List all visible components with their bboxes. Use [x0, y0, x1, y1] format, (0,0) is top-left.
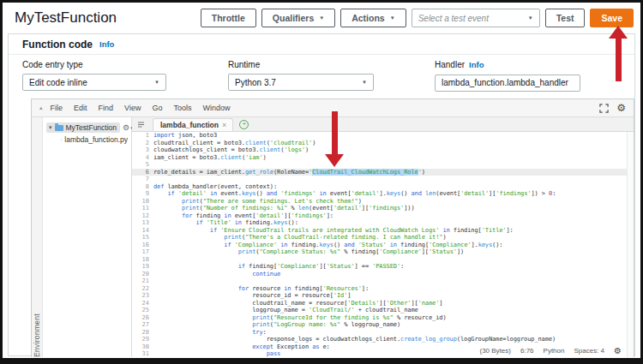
- editor-menubar-icons: ⚙: [599, 103, 626, 113]
- tree-settings-gear-icon[interactable]: ⚙▾: [123, 123, 133, 132]
- top-bar: MyTestFunction Throttle Qualifiers▼ Acti…: [3, 3, 640, 33]
- editor-body: Environment ▾ MyTestFunction ⚙▾ lambda_f…: [32, 117, 634, 357]
- code-line-text: print("Compliance Status: %s" % finding[…: [153, 248, 464, 255]
- editor-settings-gear-icon[interactable]: ⚙: [616, 103, 626, 113]
- caret-down-icon[interactable]: ▾: [49, 124, 52, 131]
- code-line[interactable]: 15 print("There's a CloudTrail-related f…: [132, 234, 628, 242]
- file-size: (30 Bytes): [480, 347, 511, 355]
- cursor-position[interactable]: 6:76: [520, 347, 534, 355]
- code-line[interactable]: 23 resource_id = resource['Id']: [132, 292, 628, 300]
- code-line[interactable]: 25 loggroup_name = 'CloudTrail/' + cloud…: [132, 307, 628, 314]
- code-line[interactable]: 21: [132, 277, 628, 285]
- code-line[interactable]: 18: [132, 256, 628, 264]
- code-line[interactable]: 5: [132, 161, 628, 169]
- code-line[interactable]: 9 if 'detail' in event.keys() and 'findi…: [132, 190, 628, 198]
- toolbar-actions: Throttle Qualifiers▼ Actions▼ Select a t…: [201, 9, 634, 27]
- new-tab-icon[interactable]: +: [239, 120, 249, 129]
- throttle-button[interactable]: Throttle: [201, 9, 256, 27]
- code-line[interactable]: 11 print("Number of findings: %i" % len(…: [132, 205, 628, 212]
- status-gear-icon[interactable]: ⚙: [614, 346, 622, 355]
- environment-tab[interactable]: Environment: [32, 117, 43, 357]
- handler-label: Handler: [435, 60, 465, 69]
- function-code-info-link[interactable]: Info: [99, 39, 114, 49]
- code-line[interactable]: 22 for resource in finding['Resources']:: [132, 285, 628, 293]
- code-line[interactable]: 13 if 'Title' in finding.keys():: [132, 219, 628, 227]
- menu-window[interactable]: Window: [202, 104, 230, 112]
- code-entry-type-select[interactable]: Edit code inline▼: [22, 74, 166, 91]
- line-number: 25: [132, 307, 153, 313]
- tree-file-lambda-function[interactable]: lambda_function.py: [43, 134, 131, 146]
- code-line[interactable]: 10 print("There are some findings. Let's…: [132, 198, 628, 206]
- code-line[interactable]: 4iam_client = boto3.client('iam'): [132, 154, 628, 162]
- line-number: 8: [132, 183, 153, 190]
- code-line[interactable]: 2cloudtrail_client = boto3.client('cloud…: [132, 140, 628, 147]
- menu-go[interactable]: Go: [152, 104, 162, 112]
- code-line-text: loggroup_name = 'CloudTrail/' + cloudtra…: [153, 307, 418, 313]
- code-editor: ▴ FileEditFindViewGoToolsWindow ⚙ Enviro…: [31, 98, 634, 357]
- line-number: 17: [132, 248, 153, 255]
- editor-status-bar: (30 Bytes) 6:76 Python Spaces: 4 ⚙: [475, 346, 622, 355]
- code-line[interactable]: 24 cloudtrail_name = resource['Details']…: [132, 300, 628, 307]
- code-line-text: if 'Title' in finding.keys():: [153, 219, 298, 226]
- code-line[interactable]: 20 continue: [132, 271, 628, 278]
- menu-tools[interactable]: Tools: [173, 104, 191, 112]
- test-button[interactable]: Test: [545, 9, 586, 27]
- code-line[interactable]: 16 if 'Compliance' in finding.keys() and…: [132, 242, 628, 249]
- code-line[interactable]: 27 print("LogGroup name: %s" % loggroup_…: [132, 321, 628, 329]
- menu-view[interactable]: View: [124, 104, 141, 112]
- code-line[interactable]: 3cloudwatchlogs_client = boto3.client('l…: [132, 146, 628, 154]
- tab-label: lambda_function: [160, 121, 219, 129]
- code-line[interactable]: 17 print("Compliance Status: %s" % findi…: [132, 248, 628, 256]
- menu-find[interactable]: Find: [99, 104, 114, 112]
- test-event-select[interactable]: Select a test event▼: [412, 9, 540, 27]
- chevron-down-icon: ▼: [154, 80, 159, 85]
- code-line-text: print("There's a CloudTrail-related find…: [153, 234, 447, 241]
- fullscreen-icon[interactable]: [599, 104, 609, 113]
- menu-file[interactable]: File: [51, 104, 63, 112]
- line-number: 30: [132, 343, 153, 350]
- handler-info-link[interactable]: Info: [469, 60, 484, 69]
- collapse-menubar-icon[interactable]: ▴: [39, 104, 43, 111]
- line-number: 28: [132, 329, 153, 336]
- actions-button[interactable]: Actions▼: [340, 9, 406, 27]
- code-line[interactable]: 26 print("ResourceId for the finding is …: [132, 314, 628, 322]
- tab-bar: lambda_function × +: [132, 117, 634, 132]
- environment-label: Environment: [33, 122, 41, 357]
- folder-name: MyTestFunction: [66, 123, 117, 132]
- code-line-text: if finding['Compliance']['Status'] == 'P…: [153, 263, 404, 270]
- code-line-text: cloudtrail_client = boto3.client('cloudt…: [153, 140, 315, 146]
- qualifiers-label: Qualifiers: [273, 13, 314, 23]
- code-line-text: iam_client = boto3.client('iam'): [153, 154, 267, 161]
- language-mode[interactable]: Python: [544, 347, 565, 355]
- vertical-scrollbar[interactable]: [627, 132, 634, 357]
- folder-icon: [55, 125, 63, 131]
- chevron-down-icon: ▼: [319, 15, 324, 21]
- code-line[interactable]: 14 if 'Ensure CloudTrail trails are inte…: [132, 227, 628, 235]
- code-line[interactable]: 1import json, boto3: [132, 132, 628, 140]
- tree-folder-mytestfunction[interactable]: ▾ MyTestFunction ⚙▾: [43, 122, 131, 134]
- code-line[interactable]: 19 if finding['Compliance']['Status'] ==…: [132, 263, 628, 271]
- code-line[interactable]: 8def lambda_handler(event, context):: [132, 183, 628, 191]
- indent-setting[interactable]: Spaces: 4: [574, 347, 604, 355]
- qualifiers-button[interactable]: Qualifiers▼: [261, 9, 335, 27]
- tab-list-icon[interactable]: [137, 121, 145, 128]
- save-button[interactable]: Save: [590, 9, 634, 27]
- python-file-icon: [61, 135, 62, 144]
- runtime-select[interactable]: Python 3.7▼: [228, 74, 374, 91]
- close-tab-icon[interactable]: ×: [222, 121, 226, 129]
- line-number: 16: [132, 242, 153, 248]
- code-line[interactable]: 12 for finding in event['detail']['findi…: [132, 212, 628, 220]
- line-number: 19: [132, 263, 153, 270]
- code-line-text: pass: [153, 350, 280, 357]
- line-number: 12: [132, 212, 153, 219]
- code-line[interactable]: 7: [132, 176, 628, 183]
- runtime-label: Runtime: [228, 60, 374, 69]
- code-line[interactable]: 29 response_logs = cloudwatchlogs_client…: [132, 336, 628, 343]
- menu-edit[interactable]: Edit: [74, 104, 87, 112]
- handler-input[interactable]: [435, 75, 580, 92]
- code-line[interactable]: 28 try:: [132, 329, 628, 337]
- tab-lambda-function[interactable]: lambda_function ×: [153, 118, 233, 131]
- code-line[interactable]: 6role_details = iam_client.get_role(Role…: [132, 169, 628, 176]
- code-area[interactable]: 1import json, boto32cloudtrail_client = …: [132, 132, 628, 357]
- code-line-text: except Exception as e:: [153, 343, 330, 350]
